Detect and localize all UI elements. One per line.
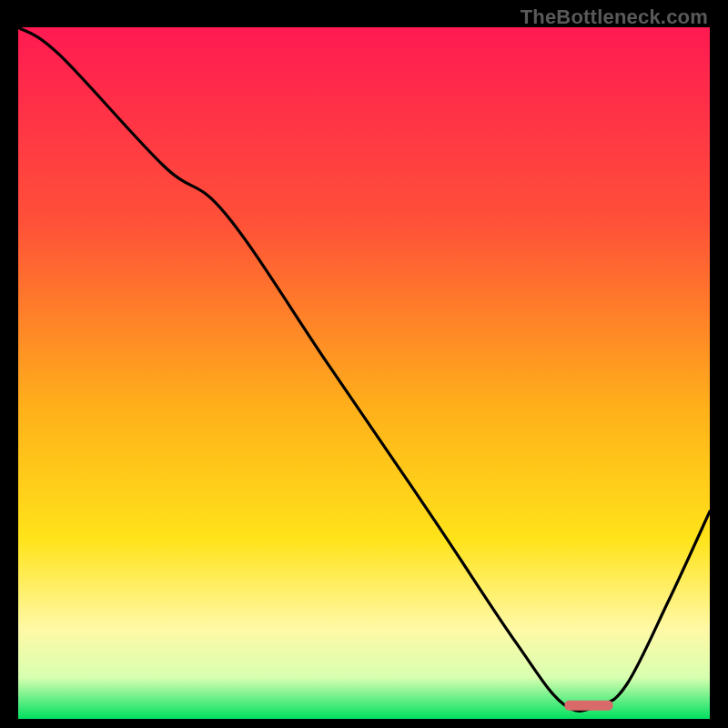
chart-frame <box>18 27 710 719</box>
optimal-range-marker <box>564 701 612 711</box>
bottleneck-chart <box>18 27 710 719</box>
watermark-text: TheBottleneck.com <box>521 5 708 29</box>
chart-background-gradient <box>18 27 710 719</box>
